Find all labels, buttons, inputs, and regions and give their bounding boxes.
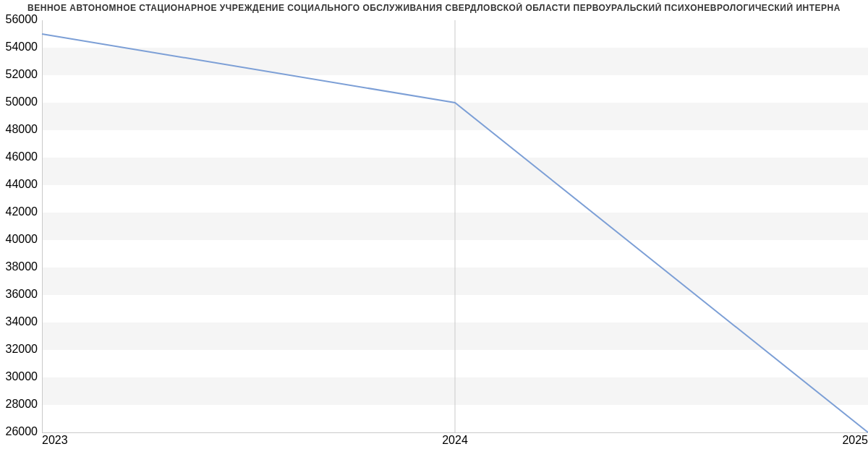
y-tick-label: 56000 xyxy=(6,13,38,25)
x-tick-label: 2023 xyxy=(42,434,68,446)
y-tick-label: 42000 xyxy=(6,205,38,218)
y-tick-label: 44000 xyxy=(6,178,38,190)
y-tick-label: 52000 xyxy=(6,68,38,80)
chart-svg: 2600028000300003200034000360003800040000… xyxy=(42,20,868,447)
y-tick-label: 26000 xyxy=(6,425,38,437)
y-tick-label: 30000 xyxy=(6,370,38,383)
y-tick-label: 46000 xyxy=(6,150,38,163)
chart-container: ВЕННОЕ АВТОНОМНОЕ СТАЦИОНАРНОЕ УЧРЕЖДЕНИ… xyxy=(0,0,868,470)
y-tick-label: 34000 xyxy=(6,315,38,328)
y-tick-label: 32000 xyxy=(6,343,38,355)
y-tick-label: 28000 xyxy=(6,398,38,410)
y-tick-label: 54000 xyxy=(6,40,38,53)
y-tick-label: 36000 xyxy=(6,288,38,300)
y-tick-label: 48000 xyxy=(6,123,38,135)
chart-title: ВЕННОЕ АВТОНОМНОЕ СТАЦИОНАРНОЕ УЧРЕЖДЕНИ… xyxy=(0,3,868,13)
y-tick-label: 40000 xyxy=(6,233,38,245)
y-tick-label: 50000 xyxy=(6,95,38,108)
x-tick-label: 2025 xyxy=(842,434,868,446)
plot-area: 2600028000300003200034000360003800040000… xyxy=(42,20,868,447)
x-tick-label: 2024 xyxy=(442,434,468,446)
y-tick-label: 38000 xyxy=(6,260,38,273)
